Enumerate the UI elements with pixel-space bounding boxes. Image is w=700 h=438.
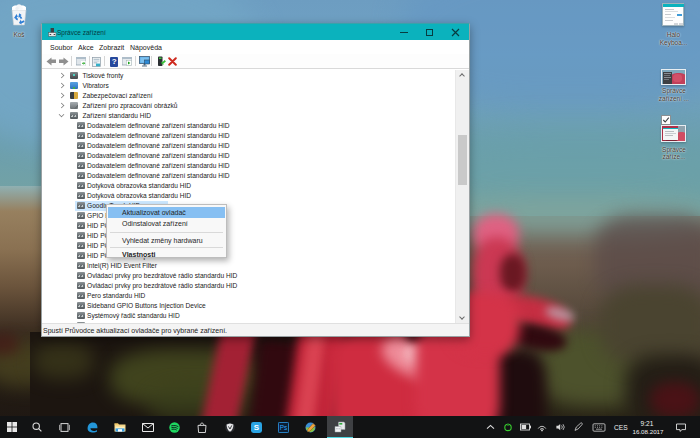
svg-text:Ps: Ps [279, 424, 286, 431]
svg-text:16.08.2017: 16.08.2017 [633, 428, 665, 435]
svg-text:CES: CES [614, 424, 628, 431]
svg-text:S: S [253, 423, 259, 432]
svg-text:9:21: 9:21 [641, 420, 654, 427]
